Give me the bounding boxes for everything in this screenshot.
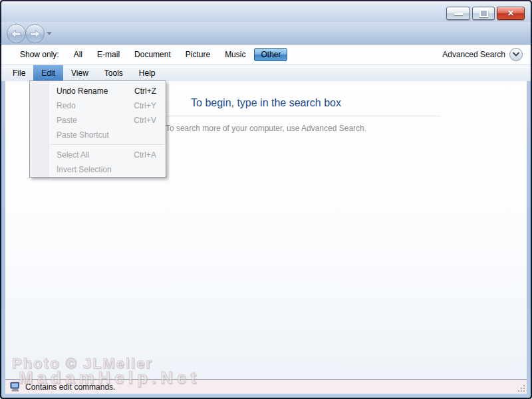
forward-button[interactable] [25,24,45,43]
menu-tools[interactable]: Tools [96,65,131,81]
menu-item-label: Select All [57,150,89,160]
back-button[interactable] [7,24,26,43]
recent-pages-dropdown[interactable] [47,32,52,35]
menu-separator [51,144,164,146]
status-message: Contains edit commands. [25,382,115,392]
filter-document[interactable]: Document [134,50,171,59]
filter-email[interactable]: E-mail [97,50,120,59]
minimize-icon [454,13,463,15]
close-icon: ✕ [507,9,514,17]
menu-item-invert-selection: Invert Selection [30,162,166,177]
navigation-toolbar: Search Results ⇄ [1,22,531,45]
advanced-search-expand-button[interactable] [509,48,523,61]
menu-item-undo-rename[interactable]: Undo Rename Ctrl+Z [30,84,166,98]
resize-grip[interactable] [517,384,525,392]
menu-item-label: Paste [57,116,77,125]
back-arrow-icon [11,29,22,39]
filter-music[interactable]: Music [225,50,245,59]
status-bar: Contains edit commands. [5,379,527,394]
forward-arrow-icon [29,29,41,39]
menu-item-paste: Paste Ctrl+V [30,113,166,128]
filter-other[interactable]: Other [254,48,287,61]
filter-bar: Show only: All E-mail Document Picture M… [1,45,531,65]
menu-item-label: Redo [57,101,76,110]
close-button[interactable]: ✕ [497,7,525,20]
maximize-icon [479,9,488,17]
show-only-label: Show only: [20,50,59,59]
filter-picture[interactable]: Picture [186,50,210,59]
menu-help[interactable]: Help [131,65,164,81]
advanced-search-label: Advanced Search [442,50,505,59]
chevron-down-icon [512,52,520,57]
menu-item-shortcut: Ctrl+Y [134,101,156,110]
menu-item-shortcut: Ctrl+V [134,116,156,125]
maximize-button[interactable] [472,7,495,20]
menu-item-shortcut: Ctrl+A [134,150,156,160]
menu-bar: File Edit View Tools Help [1,65,531,81]
menu-item-label: Paste Shortcut [57,130,109,140]
advanced-search-toggle[interactable]: Advanced Search [442,45,523,65]
minimize-button[interactable] [446,7,470,20]
menu-file[interactable]: File [5,65,33,81]
window-controls: ✕ [446,7,525,20]
menu-item-label: Undo Rename [57,86,108,96]
filter-all[interactable]: All [74,50,82,59]
menu-item-select-all: Select All Ctrl+A [30,148,166,162]
menu-view[interactable]: View [63,65,96,81]
menu-item-label: Invert Selection [57,165,112,174]
explorer-window: ✕ Search Results [0,0,532,399]
menu-item-paste-shortcut: Paste Shortcut [30,128,166,142]
menu-item-redo: Redo Ctrl+Y [30,98,166,113]
menu-edit[interactable]: Edit [33,65,63,81]
edit-menu-popup: Undo Rename Ctrl+Z Redo Ctrl+Y Paste Ctr… [29,80,166,178]
menu-item-shortcut: Ctrl+Z [134,86,156,96]
computer-icon [10,382,21,392]
